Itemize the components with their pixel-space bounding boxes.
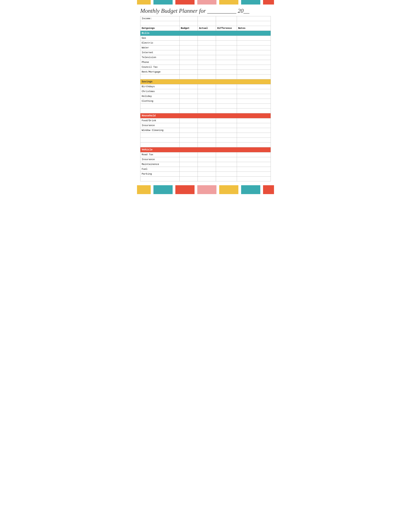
item-electric: Electric bbox=[140, 41, 179, 46]
income-label: Income: bbox=[140, 16, 179, 21]
empty-row-household2 bbox=[140, 138, 271, 142]
item-insurance-household: Insurance bbox=[140, 123, 179, 128]
header-actual: Actual bbox=[198, 26, 216, 31]
bottom-bar-red bbox=[175, 185, 195, 194]
top-bar-yellow bbox=[137, 0, 151, 5]
table-row: Maintainence bbox=[140, 162, 271, 167]
item-holiday: Holiday bbox=[140, 94, 179, 99]
item-rent-mortgage: Rent/Mortgage bbox=[140, 70, 179, 75]
income-actual bbox=[198, 16, 216, 21]
bottom-bar-red2 bbox=[263, 185, 274, 194]
household-section-header: Household bbox=[140, 113, 271, 118]
page-title: Monthly Budget Planner for __________ 20… bbox=[140, 7, 271, 14]
empty-row-vehicle bbox=[140, 177, 271, 181]
bottom-bar-gap2 bbox=[173, 185, 175, 194]
bottom-bar-teal bbox=[153, 185, 173, 194]
top-bar-gap2 bbox=[173, 0, 175, 5]
income-notes bbox=[237, 16, 271, 21]
bottom-bar-gap5 bbox=[238, 185, 241, 194]
bottom-bar-gap4 bbox=[216, 185, 219, 194]
top-bar-teal bbox=[153, 0, 173, 5]
empty-row-household3 bbox=[140, 142, 271, 147]
table-row: Insurance bbox=[140, 157, 271, 162]
header-difference: Difference bbox=[216, 26, 237, 31]
table-row: Insurance bbox=[140, 123, 271, 128]
top-bar-gap5 bbox=[238, 0, 241, 5]
item-food-drink: Food/Drink bbox=[140, 118, 179, 123]
item-birthdays: Birthdays bbox=[140, 84, 179, 89]
top-decorative-bar bbox=[137, 0, 274, 5]
table-row: Road Tax bbox=[140, 152, 271, 157]
empty-row-bills bbox=[140, 75, 271, 79]
top-bar-red bbox=[175, 0, 195, 5]
bottom-bar-yellow2 bbox=[219, 185, 238, 194]
bottom-bar-gap6 bbox=[260, 185, 263, 194]
table-row: Birthdays bbox=[140, 84, 271, 89]
item-road-tax: Road Tax bbox=[140, 152, 179, 157]
main-content: Income: Outgoings Budget Actual Differen… bbox=[137, 16, 274, 183]
top-bar-pink bbox=[197, 0, 216, 5]
item-parking: Parking bbox=[140, 172, 179, 177]
table-row: Christmas bbox=[140, 89, 271, 94]
household-header-label: Household bbox=[140, 113, 271, 118]
table-row: Council Tax bbox=[140, 65, 271, 70]
table-row: Clothing bbox=[140, 99, 271, 104]
item-maintainence: Maintainence bbox=[140, 162, 179, 167]
income-budget bbox=[179, 16, 198, 21]
header-budget: Budget bbox=[179, 26, 198, 31]
bottom-decorative-bar bbox=[137, 185, 274, 194]
bottom-bar-pink bbox=[197, 185, 216, 194]
table-row: Food/Drink bbox=[140, 118, 271, 123]
item-clothing: Clothing bbox=[140, 99, 179, 104]
item-insurance-vehicle: Insurance bbox=[140, 157, 179, 162]
table-row: Phone bbox=[140, 60, 271, 65]
item-window-cleaning: Window Cleaning bbox=[140, 128, 179, 133]
top-bar-gap1 bbox=[151, 0, 153, 5]
table-row: Parking bbox=[140, 172, 271, 177]
item-council-tax: Council Tax bbox=[140, 65, 179, 70]
item-television: Television bbox=[140, 55, 179, 60]
title-section: Monthly Budget Planner for __________ 20… bbox=[137, 6, 274, 16]
table-row: Electric bbox=[140, 41, 271, 46]
table-row: Internet bbox=[140, 50, 271, 55]
bottom-bar-gap1 bbox=[151, 185, 153, 194]
table-row: Rent/Mortgage bbox=[140, 70, 271, 75]
income-row: Income: bbox=[140, 16, 271, 21]
table-row: Window Cleaning bbox=[140, 128, 271, 133]
top-bar-teal2 bbox=[241, 0, 260, 5]
income-difference bbox=[216, 16, 237, 21]
table-row: Television bbox=[140, 55, 271, 60]
bills-header-label: Bills bbox=[140, 31, 271, 36]
top-bar-yellow2 bbox=[219, 0, 238, 5]
item-christmas: Christmas bbox=[140, 89, 179, 94]
budget-table: Income: Outgoings Budget Actual Differen… bbox=[140, 16, 271, 181]
savings-header-label: Savings bbox=[140, 79, 271, 84]
empty-row-household1 bbox=[140, 133, 271, 138]
item-gas: Gas bbox=[140, 36, 179, 41]
item-water: Water bbox=[140, 46, 179, 50]
table-row: Fuel bbox=[140, 167, 271, 172]
table-row: Holiday bbox=[140, 94, 271, 99]
page-wrapper: Monthly Budget Planner for __________ 20… bbox=[137, 0, 274, 197]
top-bar-red2 bbox=[263, 0, 274, 5]
empty-row-1 bbox=[140, 21, 271, 26]
item-fuel: Fuel bbox=[140, 167, 179, 172]
top-bar-gap4 bbox=[216, 0, 219, 5]
header-notes: Notes bbox=[237, 26, 271, 31]
item-internet: Internet bbox=[140, 50, 179, 55]
top-bar-gap3 bbox=[195, 0, 197, 5]
empty-row-savings2 bbox=[140, 108, 271, 113]
bills-section-header: Bills bbox=[140, 31, 271, 36]
table-row: Gas bbox=[140, 36, 271, 41]
table-row: Water bbox=[140, 46, 271, 50]
vehicle-section-header: Vehicle bbox=[140, 147, 271, 152]
vehicle-header-label: Vehicle bbox=[140, 147, 271, 152]
item-phone: Phone bbox=[140, 60, 179, 65]
bottom-bar-yellow bbox=[137, 185, 151, 194]
header-outgoings: Outgoings bbox=[140, 26, 179, 31]
bottom-bar-gap3 bbox=[195, 185, 197, 194]
empty-row-savings1 bbox=[140, 104, 271, 108]
bottom-bar-teal2 bbox=[241, 185, 260, 194]
savings-section-header: Savings bbox=[140, 79, 271, 84]
top-bar-gap6 bbox=[260, 0, 263, 5]
